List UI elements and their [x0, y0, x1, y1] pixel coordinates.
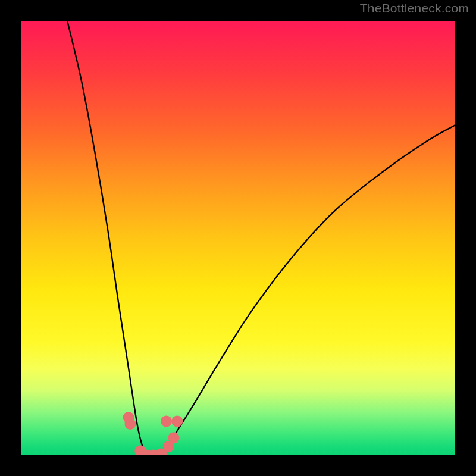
marker-dot	[168, 432, 179, 443]
plot-area	[21, 21, 455, 455]
valley-markers	[123, 412, 183, 455]
curve-right-branch	[162, 125, 455, 455]
marker-dot	[124, 418, 136, 430]
outer-frame: TheBottleneck.com	[0, 0, 476, 476]
marker-dot	[171, 416, 183, 427]
marker-dot	[161, 416, 172, 427]
watermark-text: TheBottleneck.com	[360, 1, 469, 15]
curve-left-branch	[67, 21, 146, 455]
chart-svg	[21, 21, 455, 455]
